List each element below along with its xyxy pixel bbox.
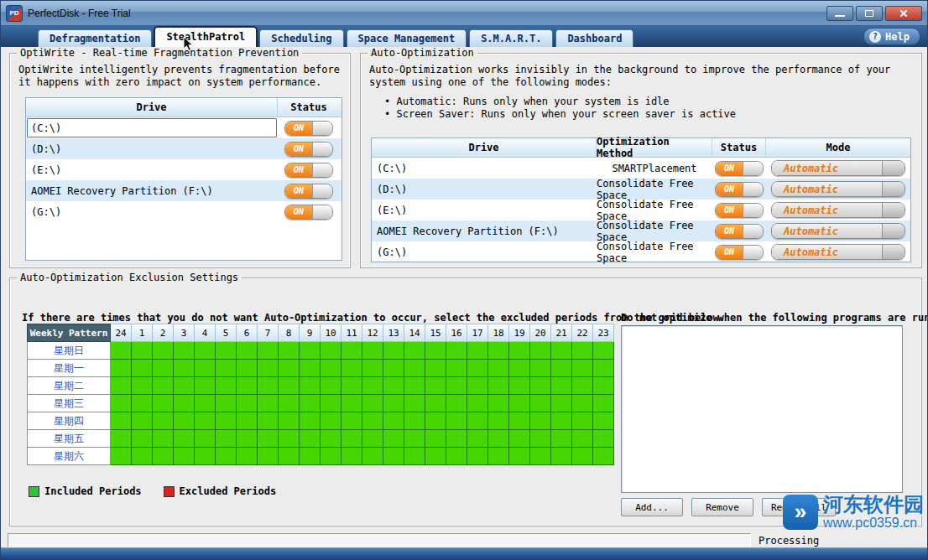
period-cell[interactable] [509, 342, 530, 360]
period-cell[interactable] [216, 412, 237, 430]
period-cell[interactable] [446, 430, 467, 448]
period-cell[interactable] [321, 395, 341, 412]
day-label[interactable]: 星期二 [27, 377, 111, 395]
period-cell[interactable] [404, 448, 425, 465]
period-cell[interactable] [572, 377, 593, 395]
period-cell[interactable] [174, 412, 195, 430]
period-cell[interactable] [404, 377, 425, 395]
period-cell[interactable] [446, 342, 467, 360]
period-cell[interactable] [279, 395, 300, 412]
period-cell[interactable] [593, 430, 614, 448]
tab-stealthpatrol[interactable]: StealthPatrol [154, 27, 257, 47]
period-cell[interactable] [404, 360, 425, 377]
period-cell[interactable] [279, 377, 300, 395]
period-cell[interactable] [467, 412, 488, 430]
mode-button[interactable]: Automatic [771, 223, 905, 239]
period-cell[interactable] [572, 395, 593, 412]
period-cell[interactable] [530, 448, 551, 465]
period-cell[interactable] [132, 360, 153, 377]
mode-button[interactable]: Automatic [771, 160, 905, 176]
period-cell[interactable] [362, 377, 383, 395]
period-cell[interactable] [509, 430, 530, 448]
period-cell[interactable] [404, 395, 425, 412]
period-cell[interactable] [383, 377, 404, 395]
period-cell[interactable] [341, 342, 362, 360]
period-cell[interactable] [132, 342, 153, 360]
period-cell[interactable] [216, 342, 237, 360]
period-cell[interactable] [237, 412, 258, 430]
period-cell[interactable] [237, 342, 258, 360]
period-cell[interactable] [530, 377, 551, 395]
period-cell[interactable] [488, 342, 509, 360]
period-cell[interactable] [467, 448, 488, 465]
period-cell[interactable] [488, 395, 509, 412]
period-cell[interactable] [111, 360, 132, 377]
period-cell[interactable] [362, 412, 383, 430]
programs-listbox[interactable] [621, 325, 903, 493]
period-cell[interactable] [551, 395, 572, 412]
period-cell[interactable] [509, 448, 530, 465]
table-row[interactable]: (C:\) ON [26, 117, 341, 138]
period-cell[interactable] [153, 377, 174, 395]
period-cell[interactable] [341, 448, 362, 465]
table-row[interactable]: AOMEI Recovery Partition (F:\) ON [26, 180, 341, 201]
period-cell[interactable] [362, 342, 383, 360]
period-cell[interactable] [362, 395, 383, 412]
period-cell[interactable] [404, 412, 425, 430]
period-cell[interactable] [279, 430, 300, 448]
period-cell[interactable] [153, 360, 174, 377]
period-cell[interactable] [258, 412, 279, 430]
minimize-button[interactable] [826, 6, 853, 21]
period-cell[interactable] [321, 448, 341, 465]
period-cell[interactable] [362, 430, 383, 448]
period-cell[interactable] [153, 342, 174, 360]
tab-defragmentation[interactable]: Defragmentation [38, 29, 152, 47]
period-cell[interactable] [467, 395, 488, 412]
period-cell[interactable] [425, 448, 446, 465]
period-cell[interactable] [216, 448, 237, 465]
period-cell[interactable] [132, 448, 153, 465]
remove-button[interactable]: Remove [691, 498, 753, 516]
period-cell[interactable] [195, 430, 216, 448]
period-cell[interactable] [572, 412, 593, 430]
status-toggle[interactable]: ON [284, 163, 333, 178]
period-cell[interactable] [488, 448, 509, 465]
period-cell[interactable] [258, 360, 279, 377]
period-cell[interactable] [341, 412, 362, 430]
period-cell[interactable] [195, 412, 216, 430]
period-cell[interactable] [383, 430, 404, 448]
period-cell[interactable] [488, 412, 509, 430]
mode-button[interactable]: Automatic [771, 244, 905, 260]
period-cell[interactable] [111, 448, 132, 465]
day-label[interactable]: 星期五 [27, 430, 111, 448]
period-cell[interactable] [572, 448, 593, 465]
period-cell[interactable] [321, 377, 341, 395]
period-cell[interactable] [341, 360, 362, 377]
period-cell[interactable] [237, 448, 258, 465]
maximize-button[interactable] [856, 6, 883, 21]
period-cell[interactable] [509, 377, 530, 395]
period-cell[interactable] [258, 377, 279, 395]
period-cell[interactable] [111, 395, 132, 412]
period-cell[interactable] [174, 377, 195, 395]
add-button[interactable]: Add... [621, 498, 683, 516]
table-row[interactable]: (E:\) Consolidate Free Space ON Automati… [372, 200, 910, 220]
period-cell[interactable] [341, 377, 362, 395]
period-cell[interactable] [383, 412, 404, 430]
status-toggle[interactable]: ON [284, 142, 333, 157]
period-cell[interactable] [530, 342, 551, 360]
period-cell[interactable] [446, 448, 467, 465]
status-toggle[interactable]: ON [715, 161, 764, 176]
period-cell[interactable] [551, 430, 572, 448]
tab-smart[interactable]: S.M.A.R.T. [469, 29, 553, 47]
period-cell[interactable] [593, 377, 614, 395]
period-cell[interactable] [425, 377, 446, 395]
table-row[interactable]: (G:\) Consolidate Free Space ON Automati… [372, 241, 910, 262]
period-cell[interactable] [341, 430, 362, 448]
period-cell[interactable] [153, 448, 174, 465]
period-cell[interactable] [467, 377, 488, 395]
period-cell[interactable] [300, 360, 321, 377]
period-cell[interactable] [216, 377, 237, 395]
period-cell[interactable] [216, 430, 237, 448]
period-cell[interactable] [258, 430, 279, 448]
